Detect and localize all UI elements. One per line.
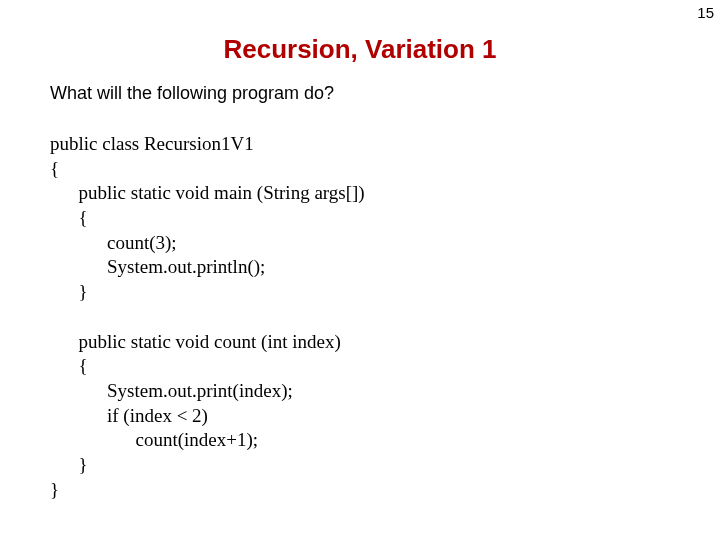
code-line: }: [50, 281, 88, 302]
code-line: System.out.println();: [50, 256, 265, 277]
code-line: public static void count (int index): [50, 331, 341, 352]
slide-title: Recursion, Variation 1: [0, 34, 720, 65]
code-line: public class Recursion1V1: [50, 133, 254, 154]
page-number: 15: [697, 4, 714, 21]
code-line: public static void main (String args[]): [50, 182, 365, 203]
code-line: System.out.print(index);: [50, 380, 293, 401]
code-line: count(index+1);: [50, 429, 258, 450]
code-line: {: [50, 158, 59, 179]
question-text: What will the following program do?: [50, 83, 720, 104]
code-line: count(3);: [50, 232, 177, 253]
code-line: {: [50, 207, 88, 228]
code-block: public class Recursion1V1 { public stati…: [50, 132, 720, 502]
code-line: {: [50, 355, 88, 376]
code-line: }: [50, 479, 59, 500]
code-line: if (index < 2): [50, 405, 208, 426]
code-line: }: [50, 454, 88, 475]
